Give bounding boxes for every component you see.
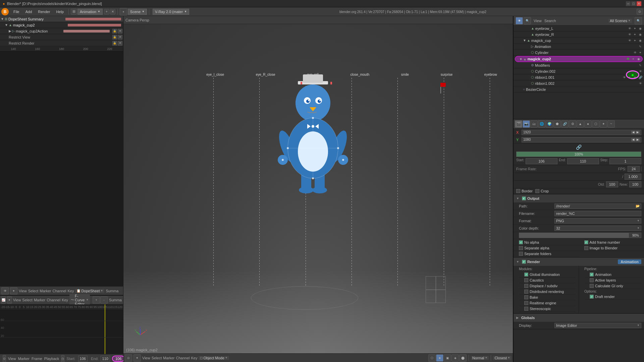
anim-pipeline-check[interactable]: Animation xyxy=(584,272,641,278)
path-input[interactable]: //render/ 📂 xyxy=(554,203,641,209)
magick-cup-sel[interactable]: ✦ xyxy=(633,38,637,43)
format-dropdown[interactable]: PNG xyxy=(554,218,641,224)
restrict-view-lock[interactable]: 🔒 xyxy=(112,35,117,40)
tab-particles[interactable]: ✦ xyxy=(600,120,607,128)
frame-menu[interactable]: Frame xyxy=(32,357,42,361)
outliner-magick-cup[interactable]: ▼ ▲ magick_cup 👁 ✦ ◉ xyxy=(514,38,644,44)
output-header[interactable]: ▼ Output xyxy=(514,194,644,202)
channel-3d[interactable]: Channel xyxy=(176,356,190,360)
channel-eye-btn[interactable]: 👁 xyxy=(118,29,122,34)
view-menu[interactable]: View xyxy=(19,289,27,293)
caustics-chk[interactable] xyxy=(524,278,528,282)
wireframe-button[interactable]: ⬡ xyxy=(428,354,436,362)
outliner-search-icon[interactable]: 🔍 xyxy=(635,17,642,24)
rendered-button[interactable]: ⬤ xyxy=(459,354,467,362)
border-chk[interactable] xyxy=(516,189,520,193)
minimize-button[interactable]: ─ xyxy=(626,1,631,6)
outliner-animation[interactable]: ▷ Animation ✎ xyxy=(514,44,644,50)
key-menu[interactable]: Key xyxy=(67,289,74,293)
animation-render-button[interactable]: Animation xyxy=(618,259,641,264)
tab-layers[interactable]: 🗂 xyxy=(530,120,538,128)
fps-input[interactable]: 24 xyxy=(628,166,640,172)
magick-cup2-render[interactable]: ◉ xyxy=(636,57,641,61)
separate-folders-check[interactable]: Separate folders xyxy=(514,251,579,257)
tab-physics[interactable]: ~ xyxy=(607,120,615,128)
fcurve-add[interactable]: + xyxy=(93,296,100,304)
anim-pipeline-chk[interactable] xyxy=(590,273,594,277)
render-vray-header[interactable]: ▼ Render Animation xyxy=(514,258,644,266)
sep-folders-chk[interactable] xyxy=(519,252,523,256)
tab-view[interactable]: 👁 xyxy=(516,17,523,24)
maximize-button[interactable]: □ xyxy=(631,1,636,6)
no-alpha-chk[interactable] xyxy=(519,240,523,244)
bake-check[interactable]: Bake xyxy=(519,295,576,300)
magick-cup2-vis[interactable]: 👁 xyxy=(626,57,630,61)
fcurve-minus[interactable]: - xyxy=(100,296,108,304)
eyebrow-r-vis[interactable]: 👁 xyxy=(627,32,632,37)
displace-chk[interactable] xyxy=(524,284,528,288)
tab-constraints[interactable]: 🔗 xyxy=(561,120,569,128)
old-val-input[interactable]: 100 xyxy=(606,181,618,187)
outliner-ribbon-001[interactable]: ⬡ ribbon1.001 👁 ✦ ◉ 🔗 xyxy=(514,74,644,80)
closest-dropdown[interactable]: Closest ▼ xyxy=(493,356,512,360)
view-playback[interactable]: View xyxy=(8,357,16,361)
end-frame-input[interactable]: 110 xyxy=(101,356,110,362)
outliner-cylinder[interactable]: ⬡ Cylinder 👁 ✦ xyxy=(514,50,644,56)
scene-dropdown[interactable]: Scene▼ xyxy=(128,9,147,15)
color-depth-dropdown[interactable]: 32 xyxy=(554,226,641,231)
tab-object[interactable]: ⬟ xyxy=(553,120,561,128)
step-prop[interactable]: 1 xyxy=(609,158,641,164)
screen-dropdown[interactable]: Animation▼ xyxy=(77,9,103,15)
window-options-icon[interactable]: ⊙ xyxy=(637,9,643,15)
object-mode-dropdown[interactable]: ◻ Object Mode ▼ xyxy=(199,356,229,360)
restrict-render-lock[interactable]: 🔒 xyxy=(112,41,117,46)
res-y-arrow-r[interactable]: ▶ xyxy=(636,138,640,141)
res-y-arrow-l[interactable]: ◀ xyxy=(631,138,635,141)
texture-button[interactable]: ▣ xyxy=(444,354,451,362)
filename-input[interactable]: render_%C xyxy=(554,211,641,216)
select-3d[interactable]: Select xyxy=(152,356,162,360)
tab-search[interactable]: 🔍 xyxy=(524,17,531,24)
sep-alpha-chk[interactable] xyxy=(519,246,523,250)
img-blender-chk[interactable] xyxy=(584,246,588,250)
dopesheet-summary-row[interactable]: ▼ ⊞ DopeSheet Summary xyxy=(0,16,123,22)
tab-material[interactable]: ● xyxy=(584,120,592,128)
display-dropdown[interactable]: Image Editor xyxy=(554,323,641,328)
search-outliner[interactable]: Search xyxy=(544,19,556,23)
outliner-bezier[interactable]: ○ BezierCircle xyxy=(514,86,644,93)
output-enabled[interactable] xyxy=(522,196,526,200)
res-x-arrow-r[interactable]: ▶ xyxy=(636,131,640,134)
compression-bar[interactable]: 90% xyxy=(519,233,641,238)
separate-alpha-check[interactable]: Separate alpha xyxy=(514,245,579,251)
tab-world[interactable]: 🌍 xyxy=(546,120,553,128)
playback-menu[interactable]: Playback xyxy=(44,357,59,361)
outliner-cylinder-002[interactable]: ⬡ Cylinder.002 👁 xyxy=(514,68,644,74)
border-checkbox[interactable]: Border xyxy=(516,189,533,193)
add-screen-button[interactable]: + xyxy=(104,9,109,14)
resolution-y-input[interactable]: 1080 ◀ ▶ xyxy=(522,137,641,142)
realtime-check[interactable]: Realtime engine xyxy=(519,300,576,306)
start-frame-input[interactable]: 106 xyxy=(78,356,88,362)
distributed-check[interactable]: Distributed rendering xyxy=(519,289,576,295)
select-icon[interactable]: ✦ xyxy=(10,287,17,295)
remove-screen-button[interactable]: ✕ xyxy=(110,9,115,14)
start-frame-prop[interactable]: 106 xyxy=(526,158,557,164)
menu-file[interactable]: File xyxy=(11,9,22,14)
tab-texture[interactable]: ⬡ xyxy=(592,120,599,128)
globals-header[interactable]: ▶ Globals xyxy=(514,314,644,322)
select-tool-icon[interactable]: ✦ xyxy=(133,354,141,362)
solid-button[interactable]: ■ xyxy=(436,354,443,362)
channel-fcurve[interactable]: Channel xyxy=(47,298,60,302)
magick-cup-render[interactable]: ◉ xyxy=(638,38,643,43)
menu-render[interactable]: Render xyxy=(35,9,53,14)
percentage-slider[interactable]: 100% xyxy=(516,152,641,157)
fcurve-icon[interactable]: 📈 xyxy=(1,296,6,304)
add-frame-number-check[interactable]: Add frame number xyxy=(579,240,644,245)
no-alpha-check[interactable]: No alpha xyxy=(514,240,579,245)
channel-menu[interactable]: Channel xyxy=(52,289,66,293)
summary-menu[interactable]: Summa xyxy=(106,289,118,293)
magick-cup2action-row[interactable]: ▶ ▷ magick_cup2Action 🔒 👁 xyxy=(0,28,123,34)
tab-render-icon[interactable]: 🎬 xyxy=(515,120,522,128)
cylinder-sel[interactable]: ✦ xyxy=(638,50,643,55)
magick-cup2-sel[interactable]: ✦ xyxy=(631,57,636,61)
